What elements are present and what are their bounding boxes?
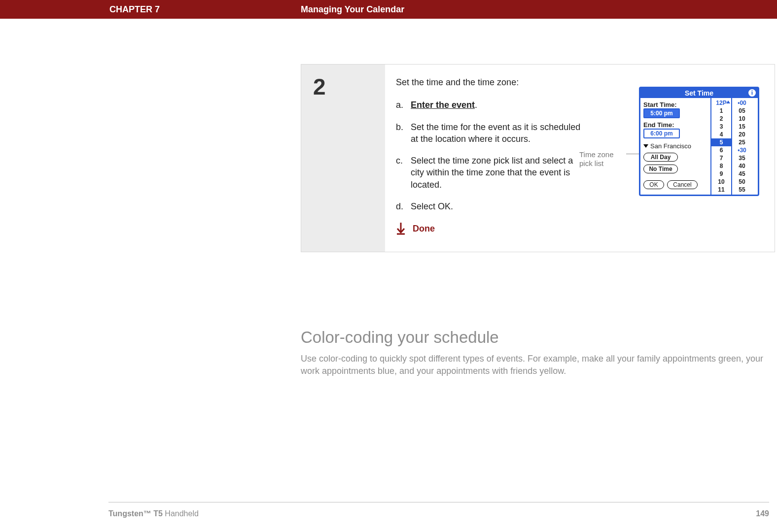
- hour-option[interactable]: 3: [711, 123, 731, 131]
- hour-option[interactable]: 11: [711, 186, 731, 194]
- chapter-label: CHAPTER 7: [109, 0, 160, 19]
- hour-option[interactable]: 5: [711, 138, 731, 146]
- hour-option[interactable]: 9: [711, 170, 731, 178]
- step-item-suffix: .: [475, 100, 477, 110]
- cancel-button[interactable]: Cancel: [667, 180, 698, 189]
- minute-option[interactable]: 20: [732, 131, 752, 138]
- hour-option[interactable]: 4: [711, 131, 731, 138]
- hour-option[interactable]: 10: [711, 178, 731, 186]
- minute-option[interactable]: 50: [732, 178, 752, 186]
- end-time-label: End Time:: [643, 121, 708, 129]
- step-item-text: Enter the event.: [411, 99, 477, 111]
- hour-option[interactable]: 12P: [711, 99, 731, 107]
- chapter-header: CHAPTER 7 Managing Your Calendar: [0, 0, 777, 19]
- step-item-text: Select OK.: [411, 200, 453, 212]
- hour-option[interactable]: 1: [711, 107, 731, 115]
- dialog-left-column: Start Time: 5:00 pm End Time: 6:00 pm Sa…: [640, 98, 710, 195]
- minute-option[interactable]: 45: [732, 170, 752, 178]
- footer-page-number: 149: [756, 509, 769, 518]
- minute-option[interactable]: 25: [732, 138, 752, 146]
- dialog-body: Start Time: 5:00 pm End Time: 6:00 pm Sa…: [640, 98, 758, 195]
- step-item-label: b.: [396, 121, 411, 145]
- section-body: Use color-coding to quickly spot differe…: [301, 353, 769, 377]
- footer-product: Tungsten™ T5 Handheld: [108, 509, 199, 518]
- minute-option[interactable]: 10: [732, 115, 752, 123]
- dialog-title: Set Time i: [640, 88, 758, 98]
- hour-option[interactable]: 8: [711, 162, 731, 170]
- timezone-value: San Francisco: [650, 142, 691, 150]
- info-icon[interactable]: i: [748, 89, 756, 97]
- minute-option[interactable]: 15: [732, 123, 752, 131]
- all-day-button[interactable]: All Day: [643, 153, 678, 162]
- done-label: Done: [413, 223, 435, 234]
- hour-option[interactable]: 6: [711, 146, 731, 154]
- ok-button[interactable]: OK: [643, 180, 664, 189]
- callout-label: Time zone pick list: [579, 150, 629, 168]
- step-item-label: c.: [396, 155, 411, 191]
- step-item-c: c. Select the time zone pick list and se…: [396, 155, 583, 191]
- minute-option[interactable]: •00: [732, 99, 752, 107]
- end-time-field[interactable]: 6:00 pm: [643, 129, 680, 138]
- step-item-a: a. Enter the event.: [396, 99, 583, 111]
- timezone-picklist[interactable]: San Francisco: [643, 142, 708, 150]
- minute-option[interactable]: 35: [732, 154, 752, 162]
- step-item-b: b. Set the time for the event as it is s…: [396, 121, 583, 145]
- section-heading: Color-coding your schedule: [301, 328, 499, 347]
- step-item-label: a.: [396, 99, 411, 111]
- chapter-title: Managing Your Calendar: [301, 0, 404, 19]
- step-item-text: Select the time zone pick list and selec…: [411, 155, 583, 191]
- dropdown-triangle-icon: [643, 144, 648, 148]
- step-item-link[interactable]: Enter the event: [411, 100, 475, 110]
- hour-option[interactable]: 7: [711, 154, 731, 162]
- dialog-title-text: Set Time: [685, 89, 713, 97]
- footer-product-bold: Tungsten™ T5: [108, 509, 163, 518]
- minute-option[interactable]: 05: [732, 107, 752, 115]
- dialog-buttons: OK Cancel: [643, 177, 708, 189]
- down-arrow-icon: [396, 222, 406, 235]
- step-item-label: d.: [396, 200, 411, 212]
- start-time-field[interactable]: 5:00 pm: [643, 108, 680, 118]
- step-item-text: Set the time for the event as it is sche…: [411, 121, 583, 145]
- start-time-label: Start Time:: [643, 101, 708, 108]
- step-item-d: d. Select OK.: [396, 200, 583, 212]
- no-time-button[interactable]: No Time: [643, 165, 678, 173]
- callout-line2: pick list: [579, 159, 603, 167]
- minute-option[interactable]: 55: [732, 186, 752, 194]
- callout-line1: Time zone: [579, 150, 613, 159]
- minute-column[interactable]: •000510152025•303540455055: [731, 98, 752, 195]
- footer-rule: [108, 502, 769, 502]
- done-row: Done: [396, 222, 764, 235]
- minute-option[interactable]: 40: [732, 162, 752, 170]
- hour-column[interactable]: 12P1234567891011: [710, 98, 731, 195]
- minute-option[interactable]: •30: [732, 146, 752, 154]
- step-number: 2: [301, 65, 385, 252]
- hour-option[interactable]: 2: [711, 115, 731, 123]
- set-time-dialog: Set Time i Start Time: 5:00 pm End Time:…: [639, 87, 759, 196]
- footer-product-rest: Handheld: [163, 509, 199, 518]
